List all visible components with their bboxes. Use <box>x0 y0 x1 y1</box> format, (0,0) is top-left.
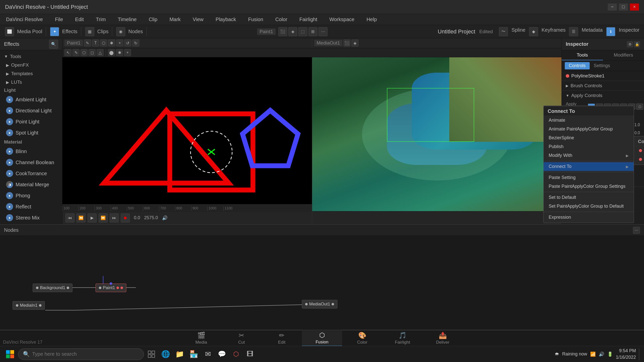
draw-tb-5[interactable]: △ <box>97 49 104 56</box>
context-menu-bezier[interactable]: BezierSpline <box>544 133 634 142</box>
taskbar-edit[interactable]: ✏ Edit <box>262 330 302 346</box>
context-menu-animate-group[interactable]: Animate PaintApplyColor Group <box>544 125 634 133</box>
lv-tb-3[interactable]: ⬡ <box>100 39 107 47</box>
search-bar[interactable]: 🔍 <box>18 348 144 360</box>
taskbar-edge-icon[interactable]: 🌐 <box>159 348 172 361</box>
metadata-button[interactable]: ☰ <box>569 27 578 36</box>
brush-controls-header[interactable]: ▶ Brush Controls <box>562 81 644 90</box>
menu-timeline[interactable]: Timeline <box>116 16 139 23</box>
taskbar-app-icon[interactable]: 🎞 <box>244 348 257 361</box>
draw-tb-6[interactable]: ⬤ <box>108 49 115 56</box>
tree-luts-header[interactable]: ▶ LUTs <box>0 78 62 86</box>
menu-playback[interactable]: Playback <box>214 16 238 23</box>
taskbar-mail-icon[interactable]: ✉ <box>201 348 214 361</box>
apply-mode-wire[interactable]: ⬡ <box>636 104 643 110</box>
node-mediaout1[interactable]: MediaOut1 <box>302 300 337 308</box>
menu-view[interactable]: View <box>191 16 206 23</box>
tree-item-stereo-mix[interactable]: ● Stereo Mix <box>0 212 62 223</box>
draw-tb-8[interactable]: + <box>124 49 131 56</box>
tb-btn-3[interactable]: ⬚ <box>298 27 307 36</box>
taskbar-fusion[interactable]: ⬡ Fusion <box>302 330 342 346</box>
nodes-settings-button[interactable]: ⋯ <box>633 227 640 234</box>
context-menu-modify[interactable]: Modify With ▶ <box>544 151 634 160</box>
tree-item-material-merge[interactable]: ◑ Material Merge <box>0 179 62 190</box>
minimize-button[interactable]: − <box>608 4 617 11</box>
effects-search-button[interactable]: 🔍 <box>49 40 58 49</box>
search-input[interactable] <box>32 351 139 357</box>
tree-section-tools-header[interactable]: ▼ Tools <box>0 52 62 61</box>
node-paint1[interactable]: Paint1 <box>96 284 126 292</box>
playback-prev-button[interactable]: ⏪ <box>76 213 86 222</box>
playback-record-button[interactable]: ⏺ <box>121 213 130 222</box>
context-menu-expression[interactable]: Expression <box>544 213 634 222</box>
context-menu-paste[interactable]: Paste Setting <box>544 173 634 182</box>
draw-tb-2[interactable]: ✎ <box>72 49 79 56</box>
taskbar-chat-icon[interactable]: 💬 <box>215 348 228 361</box>
keyframes-button[interactable]: ◆ <box>529 27 538 36</box>
menu-file[interactable]: File <box>53 16 65 23</box>
menu-trim[interactable]: Trim <box>94 16 108 23</box>
taskbar-folder-icon[interactable]: 📁 <box>173 348 186 361</box>
tb-btn-4[interactable]: ⊞ <box>308 27 317 36</box>
node-mediain1[interactable]: MediaIn1 <box>13 301 45 310</box>
tree-item-ambient-light[interactable]: ● Ambient Light <box>0 94 62 105</box>
lv-tb-5[interactable]: + <box>116 39 123 47</box>
lv-tb-2[interactable]: T <box>92 39 99 47</box>
rv-tb-2[interactable]: ◈ <box>351 39 358 47</box>
context-menu-connect[interactable]: Connect To ▶ <box>544 162 634 171</box>
tree-item-blinn[interactable]: ● Blinn <box>0 146 62 157</box>
menu-workspace[interactable]: Workspace <box>327 16 356 23</box>
rv-tb-1[interactable]: ⬛ <box>343 39 350 47</box>
playback-end-button[interactable]: ⏭ <box>110 213 119 222</box>
menu-fairlight[interactable]: Fairlight <box>297 16 319 23</box>
menu-color[interactable]: Color <box>273 16 289 23</box>
context-menu-set-group-default[interactable]: Set PaintApplyColor Group to Default <box>544 202 634 211</box>
nodes-button[interactable]: ◉ <box>116 27 125 36</box>
draw-tb-3[interactable]: ⬡ <box>80 49 88 56</box>
tree-templates-header[interactable]: ▶ Templates <box>0 69 62 78</box>
tree-item-cooktorrance[interactable]: ● CookTorrance <box>0 168 62 179</box>
taskbar-color[interactable]: 🎨 Color <box>342 330 382 346</box>
taskview-button[interactable] <box>145 348 158 361</box>
tree-item-reflect[interactable]: ● Reflect <box>0 201 62 212</box>
tb-btn-2[interactable]: ◈ <box>288 27 297 36</box>
inspector-settings-button[interactable]: ⚙ <box>627 41 633 47</box>
tree-item-point-light[interactable]: ● Point Light <box>0 116 62 127</box>
maximize-button[interactable]: □ <box>619 4 628 11</box>
lv-tb-7[interactable]: ↻ <box>132 39 139 47</box>
menu-edit[interactable]: Edit <box>73 16 86 23</box>
tree-item-phong[interactable]: ● Phong <box>0 190 62 201</box>
tree-item-channel-boolean[interactable]: ● Channel Boolean <box>0 157 62 168</box>
playback-next-button[interactable]: ⏩ <box>99 213 108 222</box>
lv-tb-1[interactable]: ✎ <box>84 39 91 47</box>
menu-fusion[interactable]: Fusion <box>246 16 265 23</box>
apply-controls-header[interactable]: ▼ Apply Controls <box>562 91 644 100</box>
taskbar-cut[interactable]: ✂ Cut <box>221 330 262 346</box>
taskbar-media[interactable]: 🎬 Media <box>181 330 221 346</box>
taskbar-deliver[interactable]: 📤 Deliver <box>423 330 463 346</box>
menu-help[interactable]: Help <box>365 16 379 23</box>
tree-item-directional-light[interactable]: ● Directional Light <box>0 105 62 116</box>
lv-tb-4[interactable]: ✱ <box>108 39 115 47</box>
lv-tb-6[interactable]: ↺ <box>124 39 131 47</box>
node-background1[interactable]: Background1 <box>33 284 72 292</box>
menu-mark[interactable]: Mark <box>168 16 183 23</box>
media-pool-button[interactable]: ⬜ <box>5 27 14 36</box>
playback-play-button[interactable]: ▶ <box>88 213 97 222</box>
clips-button[interactable]: ▦ <box>85 27 94 36</box>
menu-clip[interactable]: Clip <box>147 16 159 23</box>
inspector-button[interactable]: ℹ <box>606 27 615 36</box>
inspector-lock-button[interactable]: 🔒 <box>634 41 640 47</box>
playback-start-button[interactable]: ⏮ <box>65 213 74 222</box>
context-menu-animate[interactable]: Animate <box>544 116 634 125</box>
tab-modifiers[interactable]: Modifiers <box>603 50 644 60</box>
taskbar-store-icon[interactable]: 🏪 <box>187 348 200 361</box>
context-menu-publish[interactable]: Publish <box>544 142 634 151</box>
context-menu-paste-group[interactable]: Paste PaintApplyColor Group Settings <box>544 182 634 191</box>
draw-tb-1[interactable]: ↖ <box>64 49 71 56</box>
subtab-settings[interactable]: Settings <box>590 62 614 69</box>
menu-davinci[interactable]: DaVinci Resolve <box>4 16 45 23</box>
tree-openfx-header[interactable]: ▶ OpenFX <box>0 61 62 69</box>
close-button[interactable]: × <box>630 4 639 11</box>
context-menu-set-default[interactable]: Set to Default <box>544 193 634 202</box>
